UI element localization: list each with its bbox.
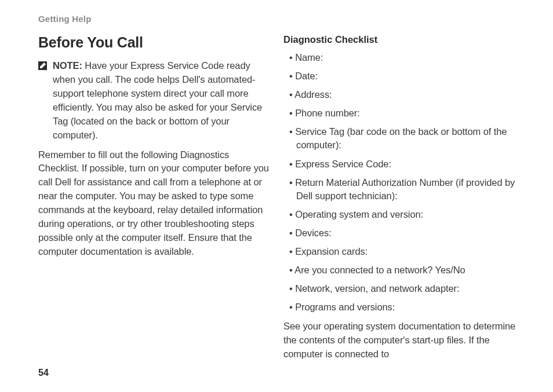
list-item: Operating system and version: <box>288 208 521 221</box>
list-item: Programs and versions: <box>288 301 521 314</box>
list-item: Date: <box>288 69 521 83</box>
list-item: Express Service Code: <box>288 157 521 171</box>
list-item: Network, version, and network adapter: <box>288 282 521 295</box>
list-item: Phone number: <box>288 107 521 120</box>
list-item: Return Material Authorization Number (if… <box>288 176 521 203</box>
list-item: Expansion cards: <box>288 245 521 258</box>
content-columns: Before You Call NOTE: Have your Express … <box>32 34 521 361</box>
checklist-title: Diagnostic Checklist <box>283 34 521 45</box>
list-item: Service Tag (bar code on the back or bot… <box>288 125 521 152</box>
closing-paragraph: See your operating system documentation … <box>283 320 521 361</box>
diagnostic-checklist: Name: Date: Address: Phone number: Servi… <box>288 51 521 314</box>
list-item: Are you connected to a network? Yes/No <box>288 263 521 277</box>
left-column: Before You Call NOTE: Have your Express … <box>32 34 270 361</box>
page-title: Before You Call <box>38 34 270 51</box>
right-column: Diagnostic Checklist Name: Date: Address… <box>283 34 521 361</box>
list-item: Devices: <box>288 226 521 240</box>
list-item: Address: <box>288 88 521 101</box>
note-label: NOTE: <box>53 60 82 71</box>
list-item: Name: <box>288 51 521 64</box>
page-number: 54 <box>38 368 49 378</box>
note-text: NOTE: Have your Express Service Code rea… <box>53 59 270 142</box>
section-header: Getting Help <box>38 14 521 24</box>
body-paragraph: Remember to fill out the following Diagn… <box>38 148 270 259</box>
note-body: Have your Express Service Code ready whe… <box>53 60 262 140</box>
note-pencil-icon <box>38 61 47 70</box>
document-page: Getting Help Before You Call NOTE: Have … <box>0 0 553 392</box>
note-block: NOTE: Have your Express Service Code rea… <box>38 59 270 142</box>
